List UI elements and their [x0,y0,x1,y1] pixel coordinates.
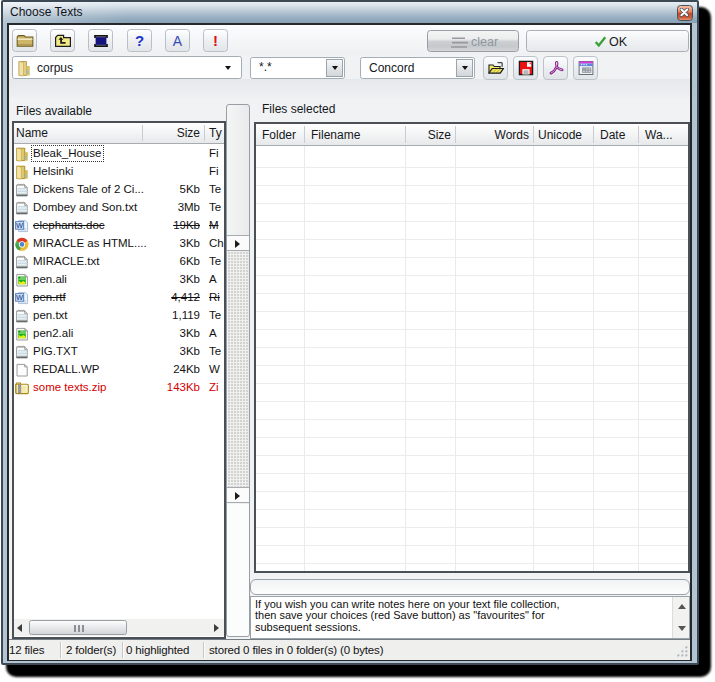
svg-text:W: W [16,221,24,230]
svg-text:W: W [16,293,24,302]
